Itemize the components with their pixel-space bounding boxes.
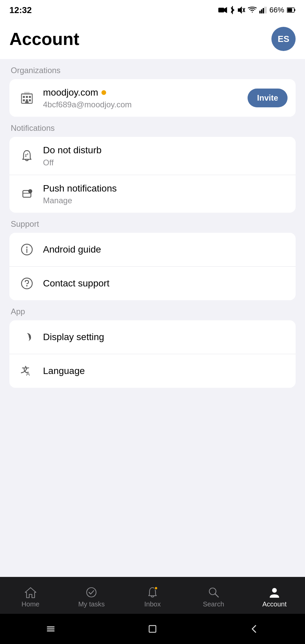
- building-icon: [17, 89, 36, 107]
- svg-point-40: [272, 588, 277, 593]
- battery-percent: 66%: [269, 6, 284, 14]
- nav-item-my-tasks[interactable]: My tasks: [61, 583, 122, 608]
- svg-marker-3: [238, 6, 242, 14]
- svg-point-27: [28, 189, 32, 193]
- main-content: Organizations moodjoy.co: [0, 59, 305, 560]
- organizations-card-group: moodjoy.com 4bcf689a@moodjoy.com Invite: [9, 79, 296, 117]
- section-label-support: Support: [9, 219, 296, 229]
- nav-label-home: Home: [21, 600, 39, 608]
- wifi-icon: [248, 7, 257, 13]
- battery-icon: [287, 7, 296, 13]
- push-notifications-title: Push notifications: [43, 182, 288, 195]
- svg-point-31: [26, 247, 28, 248]
- org-email: 4bcf689a@moodjoy.com: [43, 100, 248, 109]
- status-bar: 12:32: [0, 0, 305, 20]
- org-status-dot: [101, 90, 106, 95]
- search-icon: [208, 586, 220, 598]
- svg-rect-8: [263, 8, 264, 13]
- svg-marker-36: [25, 588, 36, 598]
- svg-rect-44: [149, 626, 156, 632]
- invite-button[interactable]: Invite: [248, 89, 288, 107]
- language-title: Language: [43, 365, 288, 377]
- svg-rect-16: [26, 96, 28, 98]
- android-guide-item[interactable]: Android guide: [9, 233, 296, 267]
- svg-rect-17: [29, 96, 31, 98]
- svg-rect-12: [288, 8, 292, 12]
- info-circle-icon: [17, 240, 36, 259]
- display-setting-text: Display setting: [43, 331, 288, 343]
- svg-rect-10: [266, 7, 267, 13]
- nav-label-my-tasks: My tasks: [78, 600, 105, 608]
- app-card-group: Display setting 文 A Language: [9, 320, 296, 388]
- nav-item-account[interactable]: Account: [244, 583, 305, 608]
- org-name-row: moodjoy.com: [43, 87, 248, 99]
- push-notifications-subtitle: Manage: [43, 196, 288, 205]
- check-circle-icon: [85, 586, 97, 598]
- section-label-notifications: Notifications: [9, 123, 296, 133]
- svg-marker-1: [224, 7, 227, 13]
- header: Account ES: [0, 20, 305, 59]
- svg-point-37: [87, 588, 96, 597]
- svg-rect-13: [294, 9, 295, 11]
- svg-rect-6: [259, 11, 261, 13]
- push-notifications-item[interactable]: Push notifications Manage: [9, 175, 296, 213]
- status-icons: 66%: [218, 6, 296, 14]
- svg-text:z: z: [27, 152, 29, 156]
- nav-item-inbox[interactable]: Inbox: [122, 583, 183, 608]
- org-moodjoy-text: moodjoy.com 4bcf689a@moodjoy.com: [43, 87, 248, 109]
- home-icon: [25, 586, 37, 598]
- contact-support-item[interactable]: Contact support: [9, 267, 296, 300]
- push-notifications-text: Push notifications Manage: [43, 182, 288, 205]
- contact-support-text: Contact support: [43, 277, 288, 289]
- do-not-disturb-item[interactable]: z z Do not disturb Off: [9, 137, 296, 175]
- nav-item-search[interactable]: Search: [183, 583, 244, 608]
- svg-text:A: A: [26, 371, 30, 377]
- display-setting-item[interactable]: Display setting: [9, 320, 296, 354]
- signal-icon: [259, 7, 267, 13]
- language-item[interactable]: 文 A Language: [9, 354, 296, 388]
- recent-apps-button[interactable]: [46, 624, 55, 634]
- inbox-badge: [154, 586, 158, 590]
- camera-icon: [218, 7, 227, 13]
- svg-rect-0: [218, 8, 224, 12]
- org-moodjoy-item[interactable]: moodjoy.com 4bcf689a@moodjoy.com Invite: [9, 79, 296, 117]
- language-text: Language: [43, 365, 288, 377]
- svg-rect-21: [25, 101, 29, 103]
- android-guide-title: Android guide: [43, 244, 288, 256]
- status-time: 12:32: [9, 5, 32, 15]
- notifications-card-group: z z Do not disturb Off Push notification…: [9, 137, 296, 213]
- bottom-nav: Home My tasks Inbox Searc: [0, 577, 305, 614]
- svg-rect-19: [26, 99, 28, 101]
- display-setting-title: Display setting: [43, 331, 288, 343]
- moon-icon: [17, 328, 36, 346]
- svg-rect-23: [24, 92, 30, 95]
- system-nav: [0, 614, 305, 644]
- page-title: Account: [9, 29, 79, 49]
- push-bell-icon: [17, 184, 36, 203]
- bell-sleep-icon: z z: [17, 147, 36, 165]
- person-icon: [268, 586, 280, 598]
- nav-item-home[interactable]: Home: [0, 583, 61, 608]
- contact-support-title: Contact support: [43, 277, 288, 289]
- nav-label-inbox: Inbox: [144, 600, 161, 608]
- svg-rect-20: [29, 99, 31, 101]
- nav-label-search: Search: [203, 600, 224, 608]
- back-button[interactable]: [250, 624, 259, 634]
- svg-rect-18: [23, 99, 25, 101]
- bell-icon: [146, 586, 159, 598]
- support-card-group: Android guide Contact support: [9, 233, 296, 300]
- do-not-disturb-subtitle: Off: [43, 158, 288, 167]
- nav-label-account: Account: [262, 600, 287, 608]
- svg-point-33: [26, 285, 28, 286]
- section-label-app: App: [9, 307, 296, 316]
- bluetooth-icon: [230, 6, 235, 14]
- svg-rect-15: [23, 96, 25, 98]
- avatar[interactable]: ES: [271, 27, 296, 51]
- do-not-disturb-text: Do not disturb Off: [43, 144, 288, 167]
- section-label-organizations: Organizations: [9, 66, 296, 75]
- home-system-button[interactable]: [148, 624, 157, 634]
- android-guide-text: Android guide: [43, 244, 288, 256]
- svg-rect-9: [264, 7, 266, 13]
- org-name: moodjoy.com: [43, 87, 98, 99]
- mute-icon: [238, 6, 245, 14]
